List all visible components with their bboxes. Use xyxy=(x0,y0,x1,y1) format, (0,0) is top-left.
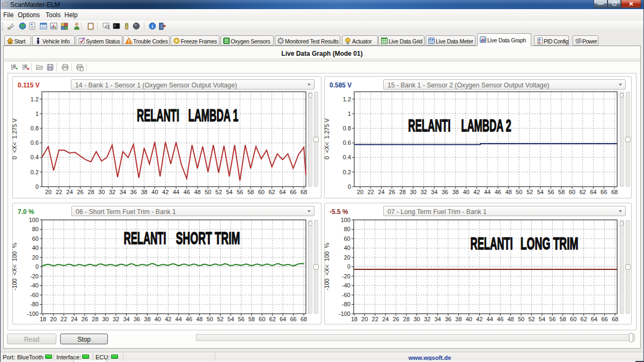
svg-text:58: 58 xyxy=(248,316,255,322)
svg-text:38: 38 xyxy=(455,316,462,322)
svg-text:40: 40 xyxy=(344,245,350,251)
svg-text:60: 60 xyxy=(258,189,265,195)
svg-text:48: 48 xyxy=(194,189,201,195)
svg-text:46: 46 xyxy=(497,316,503,322)
svg-text:66: 66 xyxy=(290,316,296,322)
svg-text:38: 38 xyxy=(141,189,147,195)
svg-text:-60: -60 xyxy=(30,292,39,298)
svg-text:48: 48 xyxy=(507,316,514,322)
svg-text:50: 50 xyxy=(516,189,522,195)
svg-text:0.2: 0.2 xyxy=(343,169,351,175)
svg-text:30: 30 xyxy=(410,189,416,195)
svg-text:0: 0 xyxy=(348,183,351,190)
svg-text:66: 66 xyxy=(601,316,608,322)
svg-text:60: 60 xyxy=(344,235,350,242)
svg-text:0 <X< 1.275 V: 0 <X< 1.275 V xyxy=(324,118,330,159)
svg-text:46: 46 xyxy=(184,189,190,195)
svg-text:58: 58 xyxy=(560,316,566,322)
svg-text:0.4: 0.4 xyxy=(31,154,39,160)
svg-text:22: 22 xyxy=(61,316,67,322)
svg-text:60: 60 xyxy=(32,235,39,242)
svg-text:100: 100 xyxy=(341,217,350,223)
svg-text:38: 38 xyxy=(452,189,459,195)
svg-text:1.2: 1.2 xyxy=(31,96,39,102)
svg-text:40: 40 xyxy=(155,316,161,322)
svg-text:64: 64 xyxy=(590,189,596,195)
svg-text:-40: -40 xyxy=(342,282,350,289)
svg-text:54: 54 xyxy=(228,316,234,322)
svg-text:26: 26 xyxy=(77,189,83,195)
svg-text:32: 32 xyxy=(420,189,427,195)
svg-text:100: 100 xyxy=(29,217,39,223)
svg-text:50: 50 xyxy=(207,316,213,322)
svg-text:42: 42 xyxy=(165,316,171,322)
svg-text:RELANTI: RELANTI xyxy=(408,116,451,136)
svg-text:34: 34 xyxy=(434,316,441,322)
svg-text:50: 50 xyxy=(204,189,211,195)
svg-text:-60: -60 xyxy=(342,292,350,298)
svg-text:30: 30 xyxy=(102,316,108,322)
svg-text:1: 1 xyxy=(35,110,39,117)
svg-text:0: 0 xyxy=(347,263,350,270)
svg-text:-20: -20 xyxy=(30,273,39,279)
svg-text:SHORT TRIM: SHORT TRIM xyxy=(176,228,240,248)
svg-text:20: 20 xyxy=(50,316,56,322)
svg-text:30: 30 xyxy=(98,189,105,195)
svg-text:-40: -40 xyxy=(30,282,39,289)
svg-text:-20: -20 xyxy=(342,273,350,279)
svg-text:-80: -80 xyxy=(342,301,350,307)
svg-text:0: 0 xyxy=(35,183,39,190)
svg-text:32: 32 xyxy=(113,316,119,322)
svg-text:68: 68 xyxy=(612,316,618,322)
svg-text:LAMBDA 2: LAMBDA 2 xyxy=(461,116,511,136)
svg-text:66: 66 xyxy=(601,189,607,195)
svg-text:44: 44 xyxy=(173,189,179,195)
svg-text:22: 22 xyxy=(368,189,374,195)
svg-text:40: 40 xyxy=(32,245,39,251)
svg-text:0.6: 0.6 xyxy=(31,139,39,146)
svg-text:52: 52 xyxy=(217,316,223,322)
svg-text:26: 26 xyxy=(82,316,88,322)
svg-text:68: 68 xyxy=(301,316,307,322)
svg-text:44: 44 xyxy=(487,316,493,322)
svg-text:42: 42 xyxy=(476,316,482,322)
svg-text:0 <X< 1.275 V: 0 <X< 1.275 V xyxy=(11,118,18,159)
svg-text:18: 18 xyxy=(40,316,46,322)
svg-text:20: 20 xyxy=(32,254,39,261)
svg-text:28: 28 xyxy=(92,316,98,322)
svg-text:0.4: 0.4 xyxy=(343,154,351,160)
svg-text:34: 34 xyxy=(123,316,129,322)
svg-text:52: 52 xyxy=(528,316,535,322)
svg-text:44: 44 xyxy=(484,189,491,195)
svg-text:60: 60 xyxy=(570,316,576,322)
svg-text:20: 20 xyxy=(357,189,363,195)
svg-text:36: 36 xyxy=(445,316,451,322)
svg-text:24: 24 xyxy=(382,316,389,322)
svg-text:68: 68 xyxy=(611,189,618,195)
svg-text:0.8: 0.8 xyxy=(343,125,351,131)
svg-text:56: 56 xyxy=(547,189,554,195)
svg-text:0.2: 0.2 xyxy=(31,169,39,175)
svg-text:28: 28 xyxy=(399,189,406,195)
svg-text:58: 58 xyxy=(247,189,254,195)
svg-text:56: 56 xyxy=(237,189,243,195)
svg-text:20: 20 xyxy=(45,189,52,195)
svg-text:44: 44 xyxy=(175,316,182,322)
svg-text:18: 18 xyxy=(351,316,357,322)
svg-text:56: 56 xyxy=(549,316,555,322)
svg-text:24: 24 xyxy=(67,189,73,195)
svg-text:54: 54 xyxy=(226,189,232,195)
svg-text:60: 60 xyxy=(259,316,265,322)
svg-text:LAMBDA 1: LAMBDA 1 xyxy=(188,106,239,125)
svg-text:64: 64 xyxy=(591,316,597,322)
svg-text:42: 42 xyxy=(473,189,480,195)
svg-text:48: 48 xyxy=(196,316,202,322)
svg-text:62: 62 xyxy=(268,189,275,195)
svg-text:0: 0 xyxy=(35,263,39,270)
svg-text:62: 62 xyxy=(580,189,586,195)
svg-text:46: 46 xyxy=(495,189,501,195)
svg-text:-100: -100 xyxy=(339,311,350,317)
svg-text:58: 58 xyxy=(558,189,565,195)
svg-text:68: 68 xyxy=(301,189,307,195)
svg-text:34: 34 xyxy=(431,189,437,195)
